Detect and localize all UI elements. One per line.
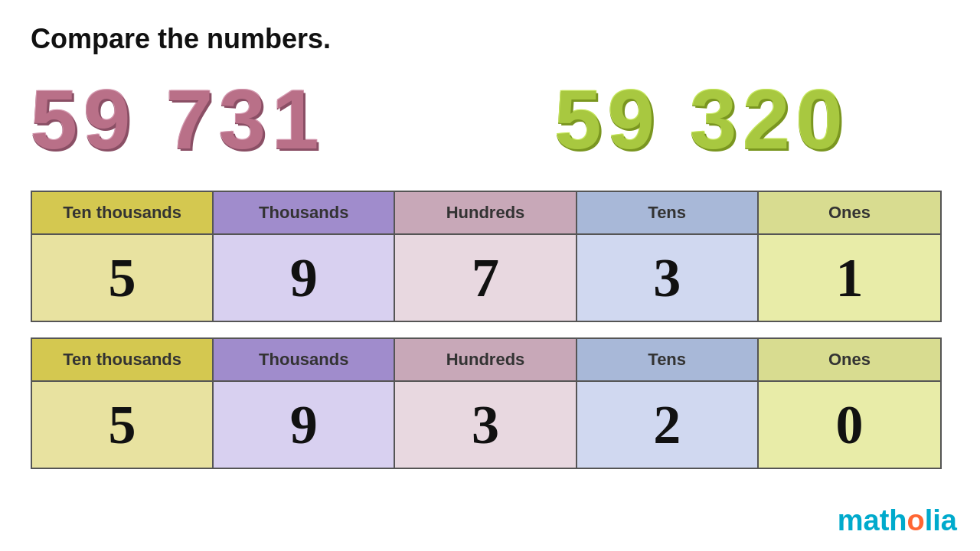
table-two-header-ten-thousands: Ten thousands — [32, 339, 214, 382]
table-one-val-ones: 1 — [759, 235, 940, 321]
table-one-header-tens: Tens — [577, 192, 759, 235]
number-one-display: 59 731 — [31, 70, 325, 168]
table-one-header-row: Ten thousands Thousands Hundreds Tens On… — [32, 192, 940, 235]
table-one-header-hundreds: Hundreds — [395, 192, 577, 235]
table-two-header-ones: Ones — [759, 339, 940, 382]
table-one-header-ones: Ones — [759, 192, 940, 235]
table-one-val-hundreds: 7 — [395, 235, 577, 321]
table-two-header-row: Ten thousands Thousands Hundreds Tens On… — [32, 339, 940, 382]
table-one-value-row: 5 9 7 3 1 — [32, 235, 940, 321]
table-two-val-tens: 2 — [577, 382, 759, 468]
table-two-val-hundreds: 3 — [395, 382, 577, 468]
table-two-val-thousands: 9 — [214, 382, 395, 468]
table-one-val-ten-thousands: 5 — [32, 235, 214, 321]
logo-math-text: math — [838, 504, 907, 536]
table-two-header-tens: Tens — [577, 339, 759, 382]
table-two: Ten thousands Thousands Hundreds Tens On… — [31, 337, 942, 469]
instruction-text: Compare the numbers. — [31, 23, 949, 55]
table-two-header-hundreds: Hundreds — [395, 339, 577, 382]
table-one: Ten thousands Thousands Hundreds Tens On… — [31, 191, 942, 322]
table-two-value-row: 5 9 3 2 0 — [32, 382, 940, 468]
table-one-val-thousands: 9 — [214, 235, 395, 321]
table-one-val-tens: 3 — [577, 235, 759, 321]
matholia-logo: matholia — [838, 504, 957, 537]
logo-o-text: o — [907, 504, 925, 536]
number-two-display: 59 320 — [554, 70, 848, 168]
numbers-row: 59 731 59 320 — [31, 70, 949, 168]
table-two-val-ones: 0 — [759, 382, 940, 468]
table-two-val-ten-thousands: 5 — [32, 382, 214, 468]
logo-lia-text: lia — [925, 504, 957, 536]
table-one-header-thousands: Thousands — [214, 192, 395, 235]
table-two-header-thousands: Thousands — [214, 339, 395, 382]
table-one-header-ten-thousands: Ten thousands — [32, 192, 214, 235]
